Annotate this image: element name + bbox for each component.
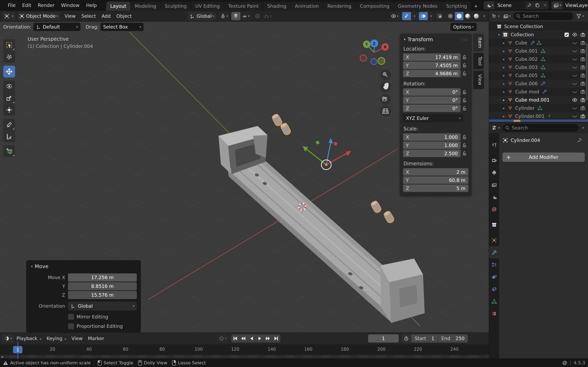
options-dropdown[interactable]: Options ▾	[450, 23, 476, 31]
row-collection[interactable]: ▾ Collection	[489, 31, 588, 39]
eye-open-icon[interactable]	[572, 97, 577, 103]
menu-file[interactable]: File	[4, 0, 19, 10]
tab-collection-properties[interactable]	[489, 218, 499, 231]
row-object-cylinder-001[interactable]: ▸ Cylinder.001	[489, 112, 588, 120]
tab-animation[interactable]: Animation	[291, 2, 323, 11]
checkbox-checked-icon[interactable]	[564, 32, 569, 37]
row-object-cube-005[interactable]: ▸ Cube.005	[489, 71, 588, 80]
eye-closed-icon[interactable]	[572, 48, 577, 54]
dimensions-z-field[interactable]: Z5 m	[403, 184, 468, 192]
zoom-button[interactable]	[380, 69, 391, 80]
next-keyframe-button[interactable]	[264, 334, 272, 342]
menu-playback[interactable]: Playback ▾	[14, 336, 44, 341]
location-x-field[interactable]: X17.419 m	[403, 53, 461, 61]
properties-options-dropdown[interactable]: ▾	[580, 126, 585, 130]
tab-item[interactable]: Item	[473, 34, 484, 52]
scale-y-field[interactable]: Y1.000	[403, 142, 461, 149]
rotation-z-field[interactable]: Z0°	[403, 105, 461, 112]
tab-geometry-nodes[interactable]: Geometry Nodes	[394, 2, 442, 11]
outliner-scrollbar[interactable]	[586, 43, 588, 100]
tab-rendering[interactable]: Rendering	[323, 2, 355, 11]
scene-name-field[interactable]: Scene	[494, 1, 525, 9]
render-camera-off-icon[interactable]	[580, 105, 586, 111]
collapse-icon[interactable]: ▾	[496, 33, 502, 37]
tab-world-properties[interactable]	[489, 203, 499, 215]
outliner-display-mode-dropdown[interactable]: ▾	[502, 13, 512, 19]
lock-rotation-y[interactable]	[461, 98, 468, 103]
eye-closed-icon[interactable]	[572, 105, 577, 111]
scale-tool[interactable]	[3, 92, 15, 104]
eye-closed-icon[interactable]	[572, 73, 577, 78]
mirror-editing-checkbox[interactable]	[68, 314, 74, 320]
dimensions-x-field[interactable]: X2 m	[403, 168, 468, 176]
row-object-cube-003[interactable]: ▸ Cube.003	[489, 63, 588, 71]
shading-material-button[interactable]	[463, 12, 472, 20]
current-frame-field[interactable]: 1	[368, 334, 399, 342]
proportional-editing-toggle[interactable]	[253, 12, 262, 20]
lock-rotation-z[interactable]	[461, 106, 468, 111]
row-object-cylinder[interactable]: ▸ Cylinder	[489, 104, 588, 112]
auto-keying-button[interactable]: ▾	[217, 334, 228, 342]
visibility-dropdown[interactable]: ▾	[389, 12, 401, 20]
snap-toggle[interactable]	[231, 12, 240, 20]
eye-closed-icon[interactable]	[572, 114, 577, 119]
tab-compositing[interactable]: Compositing	[356, 2, 393, 11]
tab-texture-paint[interactable]: Texture Paint	[224, 2, 263, 11]
shading-solid-button[interactable]	[455, 12, 463, 20]
row-scene-collection[interactable]: Scene Collection	[489, 22, 588, 31]
pin-scene-button[interactable]	[525, 1, 533, 9]
timeline-ruler[interactable]: 1 20 40 60 80 100 120 140 160 180 200 22…	[0, 344, 489, 355]
eye-closed-icon[interactable]	[572, 57, 577, 62]
camera-view-button[interactable]	[380, 94, 391, 105]
eye-open-icon[interactable]	[572, 32, 577, 37]
prev-keyframe-button[interactable]	[240, 334, 248, 342]
frame-start-field[interactable]: Start1	[411, 334, 438, 342]
render-camera-off-icon[interactable]	[580, 65, 586, 70]
snap-settings-dropdown[interactable]: ▾	[240, 12, 251, 20]
menu-marker[interactable]: Marker	[85, 336, 107, 341]
tab-tool-properties[interactable]	[489, 139, 499, 151]
render-camera-off-icon[interactable]	[580, 81, 586, 86]
channel-expand-icon[interactable]: ▸	[2, 355, 3, 359]
pan-hand-button[interactable]	[380, 81, 391, 92]
rotation-mode-dropdown[interactable]: XYZ Euler▾	[403, 114, 463, 122]
rotate-tool[interactable]	[3, 80, 15, 92]
eye-closed-icon[interactable]	[572, 40, 577, 45]
pivot-point-dropdown[interactable]: ▾	[218, 12, 230, 20]
properties-editor-type-button[interactable]: ▾	[491, 125, 501, 131]
cursor-tool[interactable]	[3, 51, 15, 63]
tab-modifier-properties[interactable]	[489, 246, 499, 259]
scale-z-field[interactable]: Z2.500	[403, 150, 461, 157]
viewlayer-browse-button[interactable]: ▾	[552, 1, 562, 9]
lock-location-x[interactable]	[461, 55, 468, 60]
menu-edit[interactable]: Edit	[19, 0, 35, 10]
row-object-cube-001[interactable]: ▸ Cube.001	[489, 47, 588, 55]
menu-tl-view[interactable]: View	[69, 336, 85, 341]
render-camera-icon[interactable]	[580, 114, 586, 119]
editor-type-button[interactable]: ▾	[2, 12, 16, 20]
tab-physics-properties[interactable]	[489, 271, 499, 283]
lock-scale-z[interactable]	[461, 151, 468, 156]
render-camera-off-icon[interactable]	[580, 73, 586, 78]
tab-constraint-properties[interactable]	[489, 283, 499, 295]
render-camera-off-icon[interactable]	[580, 89, 586, 94]
delete-scene-button[interactable]: ✕	[541, 1, 549, 9]
eye-closed-icon[interactable]	[572, 81, 577, 86]
timeline-editor-type-button[interactable]: ▾	[2, 334, 14, 342]
lock-rotation-x[interactable]	[461, 90, 468, 95]
menu-window[interactable]: Window	[58, 0, 83, 10]
tab-shading[interactable]: Shading	[263, 2, 290, 11]
perspective-toggle-button[interactable]	[380, 106, 391, 117]
scale-x-field[interactable]: X1.000	[403, 133, 461, 141]
row-object-cube-mod[interactable]: ▸ Cube mod	[489, 88, 588, 96]
play-reverse-button[interactable]	[248, 334, 256, 342]
frame-end-field[interactable]: End250	[438, 334, 468, 342]
menu-keying[interactable]: Keying ▾	[44, 336, 69, 341]
proportional-falloff-dropdown[interactable]: ▾	[262, 12, 273, 20]
render-camera-off-icon[interactable]	[580, 48, 586, 54]
show-overlays-toggle[interactable]	[419, 12, 428, 20]
menu-view[interactable]: View	[62, 13, 79, 19]
row-object-cube-006[interactable]: ▸ Cube.006	[489, 80, 588, 88]
outliner-editor-type-button[interactable]: ▾	[491, 13, 501, 19]
jump-to-end-button[interactable]	[272, 334, 280, 342]
